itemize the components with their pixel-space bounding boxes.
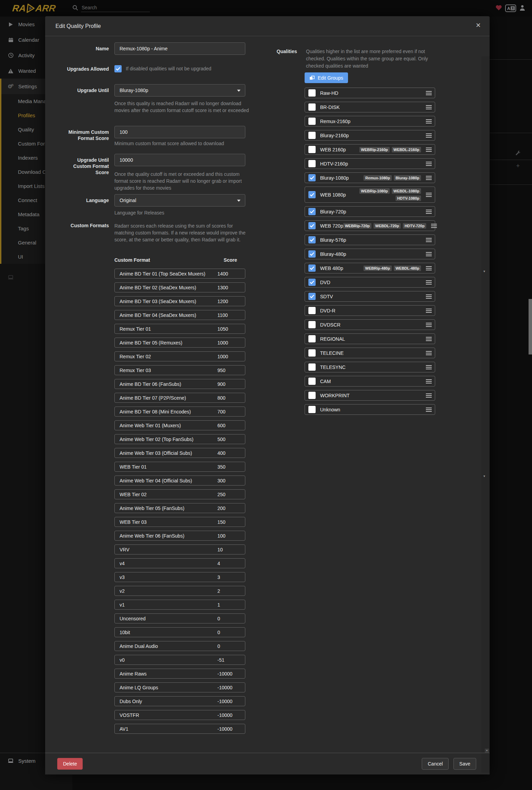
quality-checkbox[interactable]: [308, 118, 316, 125]
quality-item[interactable]: REGIONAL: [305, 333, 435, 344]
save-button[interactable]: Save: [453, 758, 476, 770]
translate-icon[interactable]: A: [505, 4, 516, 13]
upgrade-cf-score-input[interactable]: [114, 154, 245, 166]
quality-item[interactable]: WEB 1080p WEBRip-1080pWEBDL-1080pHDTV-10…: [305, 187, 435, 203]
quality-item[interactable]: SDTV: [305, 291, 435, 302]
quality-checkbox[interactable]: [308, 160, 316, 167]
drag-handle-icon[interactable]: [426, 210, 432, 214]
custom-format-row[interactable]: Uncensored 0: [114, 613, 245, 623]
quality-checkbox[interactable]: [308, 174, 316, 181]
search-input[interactable]: [81, 4, 150, 12]
custom-format-row[interactable]: Anime Dual Audio 0: [114, 641, 245, 651]
user-icon[interactable]: [520, 5, 525, 12]
quality-item[interactable]: DVDSCR: [305, 319, 435, 330]
quality-checkbox[interactable]: [308, 250, 316, 258]
custom-format-row[interactable]: v2 2: [114, 586, 245, 596]
quality-item[interactable]: Bluray-1080p Remux-1080pBluray-1080p: [305, 172, 435, 183]
custom-format-row[interactable]: Anime BD Tier 02 (SeaDex Muxers) 1300: [114, 282, 245, 292]
custom-format-row[interactable]: Anime BD Tier 08 (Mini Encodes) 700: [114, 407, 245, 417]
custom-format-row[interactable]: VOSTFR -10000: [114, 710, 245, 720]
min-cf-score-input[interactable]: [114, 126, 245, 138]
custom-format-row[interactable]: Anime LQ Groups -10000: [114, 682, 245, 692]
drag-handle-icon[interactable]: [426, 309, 432, 313]
scrollbar-thumb[interactable]: [529, 299, 532, 354]
custom-format-row[interactable]: WEB Tier 03 150: [114, 517, 245, 527]
drag-handle-icon[interactable]: [426, 193, 432, 197]
quality-checkbox[interactable]: [308, 335, 316, 342]
drag-handle-icon[interactable]: [426, 162, 432, 166]
custom-format-row[interactable]: Anime Web Tier 01 (Muxers) 600: [114, 420, 245, 430]
drag-handle-icon[interactable]: [426, 176, 432, 180]
quality-checkbox[interactable]: [308, 378, 316, 385]
drag-handle-icon[interactable]: [426, 91, 432, 95]
drag-handle-icon[interactable]: [426, 252, 432, 256]
quality-item[interactable]: WEB 2160p WEBRip-2160pWEBDL-2160p: [305, 144, 435, 155]
quality-item[interactable]: HDTV-2160p: [305, 158, 435, 169]
quality-item[interactable]: Bluray-576p: [305, 234, 435, 245]
wrench-icon[interactable]: [515, 150, 521, 157]
radarr-logo[interactable]: RA ARR: [12, 2, 56, 14]
custom-format-row[interactable]: Anime Web Tier 05 (FanSubs) 200: [114, 503, 245, 513]
quality-item[interactable]: CAM: [305, 376, 435, 387]
custom-format-row[interactable]: Anime Web Tier 02 (Top FanSubs) 500: [114, 434, 245, 444]
custom-format-row[interactable]: Remux Tier 01 1050: [114, 324, 245, 334]
custom-format-row[interactable]: WEB Tier 02 250: [114, 489, 245, 499]
custom-format-row[interactable]: Anime BD Tier 05 (Remuxes) 1000: [114, 338, 245, 348]
drag-handle-icon[interactable]: [426, 148, 432, 152]
custom-format-row[interactable]: Dubs Only -10000: [114, 696, 245, 706]
quality-checkbox[interactable]: [308, 264, 316, 272]
upgrade-until-select[interactable]: Bluray-1080p: [114, 84, 245, 97]
quality-item[interactable]: Bluray-2160p: [305, 130, 435, 141]
drag-handle-icon[interactable]: [426, 294, 432, 299]
quality-item[interactable]: Bluray-720p: [305, 206, 435, 217]
drag-handle-icon[interactable]: [426, 351, 432, 355]
quality-item[interactable]: BR-DISK: [305, 102, 435, 112]
custom-format-row[interactable]: Remux Tier 02 1000: [114, 351, 245, 361]
quality-checkbox[interactable]: [308, 146, 316, 153]
quality-item[interactable]: WORKPRINT: [305, 390, 435, 401]
quality-checkbox[interactable]: [308, 392, 316, 399]
upgrades-allowed-checkbox[interactable]: [114, 65, 122, 72]
quality-checkbox[interactable]: [308, 208, 316, 215]
quality-checkbox[interactable]: [308, 103, 316, 111]
custom-format-row[interactable]: v3 3: [114, 572, 245, 582]
custom-format-row[interactable]: Anime Web Tier 06 (FanSubs) 100: [114, 531, 245, 541]
quality-checkbox[interactable]: [308, 222, 316, 229]
quality-item[interactable]: Bluray-480p: [305, 249, 435, 259]
quality-checkbox[interactable]: [308, 236, 316, 243]
quality-item[interactable]: WEB 720p WEBRip-720pWEBDL-720pHDTV-720p: [305, 220, 435, 231]
quality-checkbox[interactable]: [308, 89, 316, 97]
edit-groups-button[interactable]: Edit Groups: [305, 72, 348, 83]
close-icon[interactable]: ×: [476, 21, 481, 29]
custom-format-row[interactable]: Anime BD Tier 03 (SeaDex Muxers) 1200: [114, 296, 245, 306]
name-input[interactable]: [114, 42, 245, 55]
drag-handle-icon[interactable]: [426, 379, 432, 383]
custom-format-row[interactable]: AV1 -10000: [114, 724, 245, 734]
drag-handle-icon[interactable]: [426, 105, 432, 109]
quality-checkbox[interactable]: [308, 349, 316, 357]
quality-item[interactable]: TELECINE: [305, 348, 435, 358]
donate-heart-icon[interactable]: [495, 5, 502, 12]
drag-handle-icon[interactable]: [426, 266, 432, 270]
custom-format-row[interactable]: v1 1: [114, 600, 245, 610]
drag-handle-icon[interactable]: [426, 393, 432, 398]
custom-format-row[interactable]: VRV 10: [114, 544, 245, 554]
custom-format-row[interactable]: Anime BD Tier 01 (Top SeaDex Muxers) 140…: [114, 269, 245, 279]
quality-item[interactable]: WEB 480p WEBRip-480pWEBDL-480p: [305, 263, 435, 273]
quality-checkbox[interactable]: [308, 307, 316, 314]
drag-handle-icon[interactable]: [426, 408, 432, 412]
quality-item[interactable]: Unknown: [305, 404, 435, 415]
custom-format-row[interactable]: Anime BD Tier 04 (SeaDex Muxers) 1100: [114, 310, 245, 320]
quality-item[interactable]: DVD: [305, 277, 435, 288]
quality-checkbox[interactable]: [308, 293, 316, 300]
drag-handle-icon[interactable]: [426, 323, 432, 327]
custom-format-row[interactable]: 10bit 0: [114, 627, 245, 637]
drag-handle-icon[interactable]: [431, 224, 437, 228]
quality-item[interactable]: Remux-2160p: [305, 116, 435, 127]
custom-format-row[interactable]: WEB Tier 01 350: [114, 462, 245, 472]
drag-handle-icon[interactable]: [426, 133, 432, 138]
quality-item[interactable]: TELESYNC: [305, 362, 435, 372]
cancel-button[interactable]: Cancel: [422, 758, 449, 770]
delete-button[interactable]: Delete: [57, 758, 83, 770]
scrollbar-track[interactable]: [481, 56, 490, 773]
